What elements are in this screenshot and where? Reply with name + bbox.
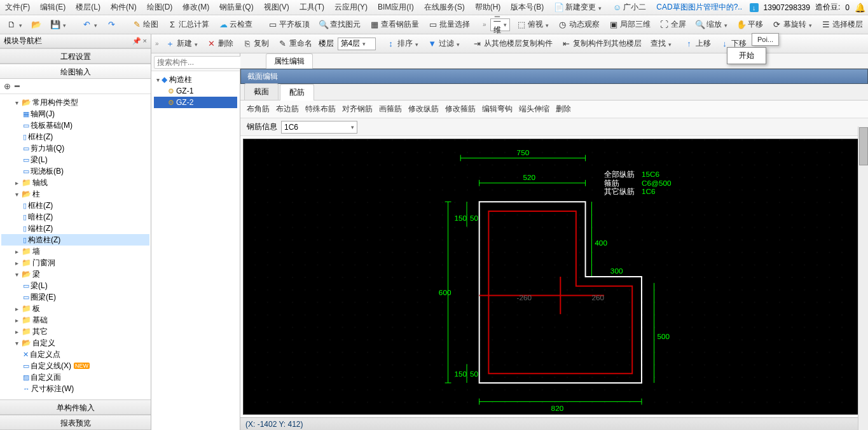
tree-beamcat[interactable]: ▾📂梁 — [1, 268, 149, 280]
start-popup[interactable]: 开始 — [727, 47, 766, 64]
dynview-button[interactable]: ◷动态观察 — [555, 18, 602, 31]
tree-endcol[interactable]: ▯端柱(Z) — [1, 223, 149, 234]
acc-project-settings[interactable]: 工程设置 — [0, 48, 151, 64]
comp-root[interactable]: ▾◆构造柱 — [154, 74, 237, 85]
acc-single-input[interactable]: 单构件输入 — [0, 399, 151, 415]
overflow2-icon[interactable]: » — [155, 40, 159, 47]
new-comp-button[interactable]: ＋新建 — [163, 37, 200, 50]
redo-button[interactable]: ↷ — [104, 18, 119, 31]
tab-section[interactable]: 截面 — [244, 83, 279, 100]
new-file-button[interactable]: 🗋 — [4, 18, 25, 31]
rtb-special[interactable]: 特殊布筋 — [305, 104, 336, 114]
filter-button[interactable]: ▼过滤 — [425, 37, 462, 50]
rebar-info-combo[interactable]: 1C6▾ — [281, 121, 357, 134]
tab-rebar[interactable]: 配筋 — [280, 84, 314, 101]
draw-button[interactable]: ✎绘图 — [129, 18, 161, 31]
menu-draw[interactable]: 绘图(D) — [144, 1, 176, 14]
tree-custpt[interactable]: ✕自定义点 — [1, 349, 149, 360]
tree-column[interactable]: ▾📂柱 — [1, 188, 149, 200]
menu-file[interactable]: 文件(F) — [3, 1, 32, 14]
copy-comp-button[interactable]: ⎘复制 — [240, 37, 272, 50]
moveup-button[interactable]: ↑上移 — [682, 37, 713, 50]
pin-icon[interactable]: 📌 × — [132, 37, 147, 45]
tree-wall[interactable]: ▸📁墙 — [1, 246, 149, 257]
tree-framecol[interactable]: ▯框柱(Z) — [1, 131, 149, 142]
sumcalc-button[interactable]: Σ汇总计算 — [165, 18, 212, 31]
menu-cloud[interactable]: 云应用(Y) — [332, 1, 370, 14]
open-button[interactable]: 📂 — [29, 18, 44, 31]
viewrebar-button[interactable]: ▦查看钢筋量 — [367, 18, 422, 31]
menu-bim[interactable]: BIM应用(I) — [375, 1, 417, 14]
tree-custom[interactable]: ▾📂自定义 — [1, 337, 149, 349]
save-button[interactable]: 💾 — [48, 18, 69, 31]
cad-manage-link[interactable]: CAD草图图片管理中的?.. — [654, 1, 745, 14]
rtb-hook[interactable]: 编辑弯钩 — [482, 104, 513, 114]
expand-all-icon[interactable]: ⊕ — [4, 81, 11, 91]
tree-dim[interactable]: ↔尺寸标注(W) — [1, 383, 149, 394]
tree-ringbeam[interactable]: ▭圈梁(E) — [1, 291, 149, 303]
topview-button[interactable]: ⬚俯视 — [514, 18, 551, 31]
floor-combo[interactable]: 第4层 — [338, 38, 376, 50]
copyto-button[interactable]: ⇤复制构件到其他楼层 — [559, 37, 644, 50]
tree-custface[interactable]: ▨自定义面 — [1, 371, 149, 383]
find-button[interactable]: 查找 — [648, 37, 674, 50]
rotate-button[interactable]: ⟳幕旋转 — [769, 18, 815, 31]
tree-slab[interactable]: ▭现浇板(B) — [1, 165, 149, 177]
tree-conscol[interactable]: ▯构造柱(Z) — [1, 234, 149, 246]
rtb-corner[interactable]: 布角筋 — [247, 104, 270, 114]
tree-raft[interactable]: ▭筏板基础(M) — [1, 120, 149, 131]
rtb-edge[interactable]: 布边筋 — [276, 104, 299, 114]
pan-button[interactable]: ✋平移 — [734, 18, 766, 31]
tree-custline[interactable]: ▭自定义线(X)NEW — [1, 360, 149, 371]
rtb-delete[interactable]: 删除 — [556, 104, 571, 114]
overflow-icon[interactable]: » — [483, 21, 486, 28]
tree-axis[interactable]: ▸📁轴线 — [1, 177, 149, 188]
tree-darkcol[interactable]: ▯暗柱(Z) — [1, 211, 149, 223]
menu-online[interactable]: 在线服务(S) — [422, 1, 467, 14]
selfloor-button[interactable]: ☰选择楼层 — [818, 18, 865, 31]
comp-gz1[interactable]: ⚙GZ-1 — [154, 85, 237, 97]
local3d-button[interactable]: ▣局部三维 — [606, 18, 653, 31]
tree-shearwall[interactable]: ▭剪力墙(Q) — [1, 142, 149, 154]
new-change-button[interactable]: 📄新建变更 — [551, 1, 604, 14]
section-canvas[interactable]: 全部纵筋15C6 箍筋C6@500 其它纵筋1C6 750 520 15050 … — [243, 139, 865, 415]
batchsel-button[interactable]: ▭批量选择 — [425, 18, 472, 31]
scrollbar-thumb[interactable] — [859, 127, 868, 165]
rtb-modlong[interactable]: 修改纵筋 — [408, 104, 439, 114]
copyfrom-button[interactable]: ⇥从其他楼层复制构件 — [470, 37, 555, 50]
tab-property[interactable]: 属性编辑 — [266, 53, 313, 69]
menu-modify[interactable]: 修改(M) — [180, 1, 212, 14]
rtb-stirrup[interactable]: 画箍筋 — [379, 104, 402, 114]
collapse-all-icon[interactable]: ━ — [15, 81, 20, 91]
tree-opening[interactable]: ▸📁门窗洞 — [1, 257, 149, 268]
menu-help[interactable]: 帮助(H) — [472, 1, 504, 14]
rename-button[interactable]: ✎重命名 — [275, 37, 315, 50]
tree-framecol2[interactable]: ▯框柱(Z) — [1, 200, 149, 211]
aligntop-button[interactable]: ▭平齐板顶 — [265, 18, 312, 31]
module-tree[interactable]: ▾📂常用构件类型 ▦轴网(J) ▭筏板基础(M) ▯框柱(Z) ▭剪力墙(Q) … — [0, 94, 151, 399]
tree-common[interactable]: ▾📂常用构件类型 — [1, 97, 149, 108]
vertical-scrollbar[interactable] — [858, 127, 868, 430]
zoom-button[interactable]: 🔍缩放 — [692, 18, 730, 31]
tree-other[interactable]: ▸📁其它 — [1, 326, 149, 337]
menu-component[interactable]: 构件(N) — [108, 1, 139, 14]
agent-button[interactable]: ☺广小二 — [609, 1, 649, 14]
menu-rebar[interactable]: 钢筋量(Q) — [217, 1, 256, 14]
comp-gz2[interactable]: ⚙GZ-2 — [154, 97, 237, 108]
rtb-ext[interactable]: 端头伸缩 — [519, 104, 549, 114]
tree-beam[interactable]: ▭梁(L) — [1, 154, 149, 165]
undo-button[interactable]: ↶ — [79, 18, 100, 31]
acc-report-preview[interactable]: 报表预览 — [0, 415, 151, 430]
tree-foundation[interactable]: ▸📁基础 — [1, 314, 149, 326]
bell-icon[interactable]: 🔔 — [855, 3, 865, 13]
acc-draw-input[interactable]: 绘图输入 — [0, 64, 151, 79]
rtb-align[interactable]: 对齐钢筋 — [342, 104, 373, 114]
menu-floor[interactable]: 楼层(L) — [73, 1, 103, 14]
cloudcheck-button[interactable]: ☁云检查 — [216, 18, 255, 31]
sort-button[interactable]: ↕排序 — [383, 37, 421, 50]
fullscreen-button[interactable]: ⛶全屏 — [657, 18, 689, 31]
menu-edit[interactable]: 编辑(E) — [38, 1, 68, 14]
menu-version[interactable]: 版本号(B) — [508, 1, 546, 14]
view-mode-combo[interactable]: 二维 — [490, 18, 510, 31]
rtb-modstir[interactable]: 修改箍筋 — [445, 104, 476, 114]
